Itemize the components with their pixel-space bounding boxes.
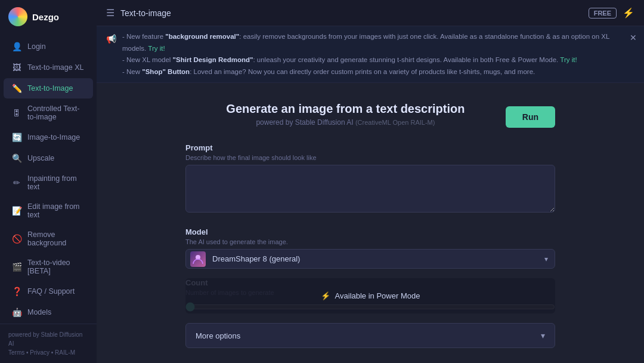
banner-line3: - New "Shop" Button: Loved an image? Now… <box>122 66 634 78</box>
sidebar-nav: 👤 Login 🖼 Text-to-image XL ✏️ Text-to-Im… <box>0 33 97 324</box>
model-avatar <box>190 251 206 267</box>
announcement-banner: 📢 - New feature "background removal": ea… <box>97 26 644 83</box>
sidebar-item-inpainting[interactable]: ✏ Inpainting from text <box>4 169 93 196</box>
close-icon[interactable]: ✕ <box>630 31 637 45</box>
sidebar-item-login[interactable]: 👤 Login <box>4 36 93 57</box>
faq-icon: ❓ <box>12 287 21 296</box>
page-heading: Generate an image from a text descriptio… <box>185 102 506 127</box>
prompt-label: Prompt <box>185 143 555 152</box>
form-container: Generate an image from a text descriptio… <box>174 83 567 363</box>
sidebar-item-remove-bg[interactable]: 🚫 Remove background <box>4 225 93 253</box>
edit-icon: 📝 <box>12 206 21 216</box>
chevron-down-icon: ▾ <box>541 331 545 340</box>
page-subtitle: powered by Stable Diffusion AI (Creative… <box>185 118 506 127</box>
sidebar-item-label: Text-to-video [BETA] <box>27 259 85 275</box>
prompt-hint: Describe how the final image should look… <box>185 154 555 161</box>
sidebar: Dezgo 👤 Login 🖼 Text-to-image XL ✏️ Text… <box>0 0 97 363</box>
sidebar-item-label: Text-to-Image <box>27 84 73 93</box>
remove-icon: 🚫 <box>12 234 21 244</box>
model-label: Model <box>185 227 555 236</box>
topbar: ☰ Text-to-image FREE ⚡ <box>97 0 644 26</box>
logo-icon <box>8 7 27 26</box>
model-select-wrapper: DreamShaper 8 (general) ▾ <box>185 249 555 269</box>
sidebar-item-label: Edit image from text <box>27 202 85 219</box>
model-section: Model The AI used to generate the image.… <box>185 227 555 269</box>
topbar-right: FREE ⚡ <box>589 7 634 19</box>
sidebar-item-image-to-image[interactable]: 🔄 Image-to-Image <box>4 127 93 147</box>
sidebar-item-edit-image[interactable]: 📝 Edit image from text <box>4 197 93 224</box>
sidebar-item-label: Upscale <box>27 154 54 162</box>
swap-icon: 🔄 <box>12 133 21 142</box>
sidebar-item-models[interactable]: 🤖 Models <box>4 302 93 322</box>
prompt-input[interactable] <box>185 165 555 213</box>
sidebar-item-text-to-image[interactable]: ✏️ Text-to-Image <box>4 78 93 99</box>
controls-icon: 🎛 <box>12 108 21 118</box>
inpaint-icon: ✏ <box>12 178 21 187</box>
sidebar-item-label: FAQ / Support <box>27 287 75 296</box>
sidebar-item-label: Inpainting from text <box>27 174 85 191</box>
sidebar-item-text-to-video[interactable]: 🎬 Text-to-video [BETA] <box>4 253 93 281</box>
sidebar-item-label: Controlled Text-to-image <box>27 104 85 121</box>
app-name: Dezgo <box>32 12 59 22</box>
person-icon: 👤 <box>12 42 21 51</box>
sidebar-item-faq[interactable]: ❓ FAQ / Support <box>4 281 93 302</box>
power-mode-overlay: ⚡ Available in Power Mode <box>185 278 555 313</box>
pencil-icon: ✏️ <box>12 84 21 93</box>
banner-line2: - New XL model "Shirt Design Redmond": u… <box>122 54 634 66</box>
page-title: Generate an image from a text descriptio… <box>185 102 506 116</box>
models-icon: 🤖 <box>12 307 21 317</box>
sidebar-footer: powered by Stable Diffusion AI Terms • P… <box>0 324 97 363</box>
footer-line2: Terms • Privacy • RAIL-M <box>8 348 88 357</box>
video-icon: 🎬 <box>12 262 21 272</box>
power-mode-text: Available in Power Mode <box>335 291 420 300</box>
banner-try-link-1[interactable]: Try it! <box>148 45 165 52</box>
zoom-icon: 🔍 <box>12 153 21 163</box>
more-options-label: More options <box>196 331 240 340</box>
model-select[interactable]: DreamShaper 8 (general) <box>185 249 555 269</box>
sidebar-item-label: Login <box>27 42 46 51</box>
footer-line1: powered by Stable Diffusion AI <box>8 330 88 348</box>
header-row: Generate an image from a text descriptio… <box>185 102 555 130</box>
powered-parenthetical: (CreativeML Open RAIL-M) <box>355 119 435 126</box>
sidebar-item-text-to-image-xl[interactable]: 🖼 Text-to-image XL <box>4 57 93 78</box>
power-lightning-icon: ⚡ <box>321 291 330 300</box>
sidebar-item-label: Models <box>27 308 51 316</box>
count-section: Count Number of images to generate ⚡ Ava… <box>185 278 555 313</box>
model-hint: The AI used to generate the image. <box>185 238 555 245</box>
sidebar-item-upscale[interactable]: 🔍 Upscale <box>4 148 93 168</box>
banner-line1: - New feature "background removal": easi… <box>122 31 634 54</box>
banner-try-link-2[interactable]: Try it! <box>560 56 577 63</box>
logo[interactable]: Dezgo <box>0 0 97 33</box>
free-badge: FREE <box>589 8 617 19</box>
content-area: Generate an image from a text descriptio… <box>97 83 644 363</box>
image-icon: 🖼 <box>12 63 21 72</box>
main-area: ☰ Text-to-image FREE ⚡ 📢 - New feature "… <box>97 0 644 363</box>
banner-content: - New feature "background removal": easi… <box>122 31 634 78</box>
menu-icon[interactable]: ☰ <box>106 7 114 19</box>
more-options-bar[interactable]: More options ▾ <box>185 323 555 348</box>
prompt-section: Prompt Describe how the final image shou… <box>185 143 555 214</box>
banner-icon: 📢 <box>106 32 116 47</box>
sidebar-item-controlled-text-to-image[interactable]: 🎛 Controlled Text-to-image <box>4 99 93 127</box>
sidebar-item-label: Remove background <box>27 230 85 247</box>
sidebar-item-label: Text-to-image XL <box>27 63 83 72</box>
lightning-icon: ⚡ <box>623 7 634 19</box>
topbar-title: Text-to-image <box>120 8 171 18</box>
sidebar-item-label: Image-to-Image <box>27 133 80 141</box>
run-button[interactable]: Run <box>506 106 555 128</box>
